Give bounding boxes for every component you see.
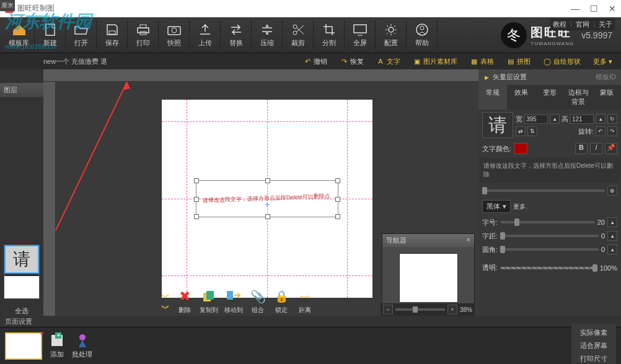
opacity-value: 100% (600, 264, 617, 272)
font-select[interactable]: 黑体▾ (482, 200, 511, 213)
add-page-button[interactable]: +添加 (48, 332, 66, 359)
pin-icon[interactable]: 📌 (605, 143, 617, 154)
chevron-down-icon: ▾ (503, 202, 506, 210)
upload-button[interactable]: 上传 (190, 20, 221, 50)
text-scroll[interactable] (482, 189, 605, 192)
image-library-button[interactable]: ▣图片素材库 (409, 56, 461, 67)
move-to-button[interactable]: 移动到 (224, 288, 243, 314)
save-button[interactable]: 保存 (97, 20, 128, 50)
layer-thumb[interactable] (4, 276, 39, 298)
navigator-panel[interactable]: 导航器× (382, 233, 475, 310)
flip-v-icon[interactable]: ⇅ (527, 126, 537, 136)
zoom-in-icon[interactable]: + (447, 305, 457, 314)
width-input[interactable] (524, 115, 548, 124)
redo-button[interactable]: ↷恢复 (336, 56, 368, 67)
canvas[interactable]: 请修改这段文字，选择方形点后按Delete可以删除点 + (162, 100, 372, 298)
print-button[interactable]: 打印 (128, 20, 159, 50)
more-fonts-link[interactable]: 更多. (513, 202, 527, 211)
tab-mask[interactable]: 蒙版 (592, 85, 621, 110)
template-library-button[interactable]: 模板库 (4, 20, 35, 50)
tab-effect[interactable]: 效果 (507, 85, 535, 110)
svg-point-8 (293, 31, 297, 35)
text-tool-button[interactable]: A文字 (372, 56, 404, 67)
layer-thumb-selected[interactable]: 请 (4, 245, 39, 274)
spacing-stepper[interactable]: ▴ (607, 231, 617, 241)
compress-button[interactable]: 压缩 (252, 20, 283, 50)
replace-button[interactable]: 替换 (221, 20, 252, 50)
navigator-thumb[interactable] (399, 253, 458, 303)
font-size-slider[interactable] (500, 221, 595, 223)
split-button[interactable]: 分割 (314, 20, 345, 50)
tab-transform[interactable]: 变形 (535, 85, 564, 110)
svg-point-10 (389, 27, 394, 32)
radius-slider[interactable] (500, 248, 599, 251)
arrow-right-icon: ► (483, 74, 490, 81)
rotate-left-icon[interactable]: ↶ (596, 126, 606, 136)
more-button[interactable]: 更多▾ (589, 56, 616, 67)
zoom-in-icon[interactable]: ⊕ (607, 186, 617, 196)
flip-h-icon[interactable]: ⇄ (516, 126, 526, 136)
sync-icon[interactable]: ↻ (607, 114, 617, 124)
template-id-label[interactable]: 模板ID (596, 72, 616, 82)
select-all-button[interactable]: 全选 (0, 306, 43, 316)
delete-button[interactable]: ✖删除 (176, 288, 193, 314)
bold-button[interactable]: B (575, 143, 588, 154)
group-button[interactable]: 📎组合 (249, 288, 266, 314)
height-stepper[interactable]: ▴ (596, 114, 606, 124)
puzzle-button[interactable]: ▤拼图 (503, 56, 534, 67)
height-input[interactable] (570, 115, 594, 124)
config-button[interactable]: 配置 (376, 20, 407, 50)
official-link[interactable]: 官网 (576, 20, 589, 29)
fit-screen[interactable]: 适合屏幕 (571, 339, 616, 352)
maximize-button[interactable]: ☐ (590, 5, 597, 12)
copy-to-button[interactable]: 复制到 (200, 288, 218, 314)
vector-layer-header[interactable]: ►矢量层设置模板ID (478, 69, 621, 85)
navigator-close-icon[interactable]: × (467, 236, 470, 245)
minimize-button[interactable]: — (571, 5, 579, 12)
rotate-right-icon[interactable]: ↷ (607, 126, 617, 136)
table-button[interactable]: ▦表格 (466, 56, 498, 67)
canvas-area[interactable]: 请修改这段文字，选择方形点后按Delete可以删除点 + 导航器× ︾︾ ✖删除… (56, 82, 478, 316)
radius-label: 圆角: (482, 245, 498, 254)
tutorial-link[interactable]: 教程 (553, 20, 566, 29)
color-swatch[interactable] (514, 143, 527, 154)
font-size-stepper[interactable]: ▴ (607, 217, 617, 227)
print-size[interactable]: 打印尺寸 (571, 352, 616, 364)
page-settings-header[interactable]: 页面设置 (0, 316, 621, 327)
crop-button[interactable]: 裁剪 (283, 20, 314, 50)
chevrons-icon[interactable]: ︾︾ (161, 292, 170, 314)
fullscreen-button[interactable]: 全屏 (345, 20, 376, 50)
shapes-button[interactable]: ◯自绘形状 (539, 56, 584, 67)
distance-button[interactable]: ⟷距离 (296, 288, 314, 314)
undo-button[interactable]: ↶撤销 (299, 56, 331, 67)
delete-icon: ✖ (176, 288, 193, 305)
spacing-slider[interactable] (500, 235, 599, 237)
new-button[interactable]: 新建 (35, 20, 66, 50)
page-thumb-1[interactable]: ▸ (5, 332, 42, 360)
close-button[interactable]: ✕ (609, 5, 616, 12)
zoom-slider[interactable] (395, 308, 445, 311)
tab-general[interactable]: 常规 (478, 85, 507, 110)
italic-button[interactable]: I (590, 143, 602, 154)
actual-pixels[interactable]: 实际像素 (571, 326, 616, 339)
lock-button[interactable]: 🔒锁定 (273, 288, 290, 314)
ruler-vertical (43, 82, 56, 316)
batch-button[interactable]: 批处理 (72, 332, 92, 359)
layers-header[interactable]: 图层 (0, 83, 43, 97)
snapshot-button[interactable]: 快照 (159, 20, 190, 50)
radius-stepper[interactable]: ▴ (607, 245, 617, 254)
svg-point-6 (172, 28, 177, 33)
tab-border-bg[interactable]: 边框与背景 (564, 85, 592, 110)
selection-box[interactable]: 请修改这段文字，选择方形点后按Delete可以删除点 + (196, 180, 338, 217)
help-button[interactable]: 帮助 (407, 20, 438, 50)
about-link[interactable]: 关于 (599, 20, 612, 29)
spacing-value: 0 (601, 232, 605, 240)
svg-rect-0 (46, 24, 55, 35)
move-icon (225, 288, 242, 305)
opacity-slider[interactable] (500, 267, 597, 269)
svg-point-7 (293, 25, 297, 28)
zoom-out-icon[interactable]: − (383, 305, 393, 314)
width-stepper[interactable]: ▴ (550, 114, 560, 124)
ruler-unit: 厘米 (0, 0, 15, 11)
open-button[interactable]: 打开 (66, 20, 97, 50)
